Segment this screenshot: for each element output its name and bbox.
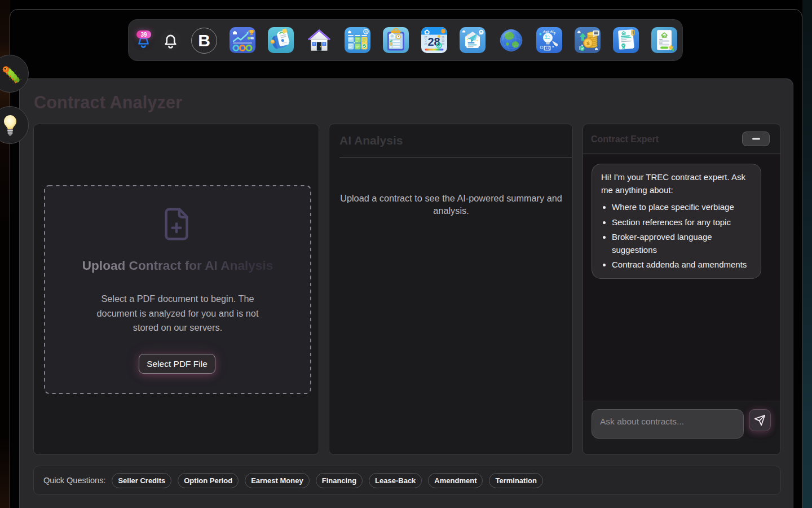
svg-text:30: 30 — [442, 43, 445, 46]
svg-text:?: ? — [553, 31, 556, 36]
svg-text:AI: AI — [365, 30, 368, 33]
svg-text:27: 27 — [424, 43, 427, 46]
svg-text:29: 29 — [442, 36, 445, 39]
svg-text:27: 27 — [424, 36, 427, 39]
svg-text:Ask AI: Ask AI — [542, 30, 554, 33]
svg-text:30: 30 — [442, 40, 445, 42]
svg-text:$: $ — [586, 40, 590, 46]
